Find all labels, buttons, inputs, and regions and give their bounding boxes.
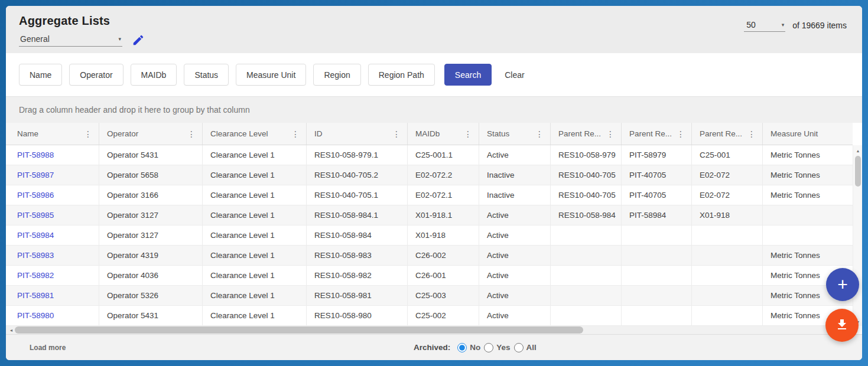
cell-operator: Operator 3127 [99,226,203,245]
row-link[interactable]: PIT-58983 [17,251,54,260]
archived-radio-no[interactable] [457,343,467,352]
cell-parent-re-2 [622,286,692,305]
cell-parent-re-1 [551,286,622,305]
row-link[interactable]: PIT-58984 [17,231,54,240]
row-link[interactable]: PIT-58981 [17,291,54,300]
table-row: PIT-58981Operator 5326Clearance Level 1R… [6,286,853,306]
column-menu-icon[interactable]: ⋮ [743,129,760,139]
filter-button-status[interactable]: Status [184,64,229,86]
table-row: PIT-58986Operator 3166Clearance Level 1R… [6,185,853,205]
cell-name: PIT-58988 [6,145,99,165]
column-header-maidb[interactable]: MAIDb⋮ [408,123,479,145]
filter-button-measure-unit[interactable]: Measure Unit [236,64,306,86]
archived-option-label: No [470,343,480,352]
cell-operator: Operator 5431 [99,306,203,325]
column-header-label: Parent Re... [700,129,742,138]
filter-button-region-path[interactable]: Region Path [368,64,435,86]
archived-option-yes[interactable]: Yes [484,343,510,352]
load-more-button[interactable]: Load more [30,344,66,352]
search-button[interactable]: Search [444,64,492,86]
column-menu-icon[interactable]: ⋮ [183,129,200,139]
row-link[interactable]: PIT-58982 [17,271,54,280]
grid-body: PIT-58988Operator 5431Clearance Level 1R… [6,145,853,326]
group-drop-hint: Drag a column header and drop it here to… [19,105,250,115]
scroll-left-icon[interactable]: ◄ [7,326,15,334]
column-menu-icon[interactable]: ⋮ [672,129,689,139]
filter-button-operator[interactable]: Operator [69,64,123,86]
column-header-label: MAIDb [415,129,440,138]
cell-parent-re-1 [551,246,622,265]
clear-button[interactable]: Clear [499,64,530,86]
row-link[interactable]: PIT-58987 [17,171,54,179]
cell-parent-re-3: X01-918 [692,205,763,225]
archived-radio-yes[interactable] [484,343,493,352]
column-header-clearance-level[interactable]: Clearance Level⋮ [203,123,307,145]
row-link[interactable]: PIT-58985 [17,211,54,220]
cell-id: RES10-040-705.2 [307,165,408,185]
column-header-operator[interactable]: Operator⋮ [99,123,203,145]
filter-button-maidb[interactable]: MAIDb [131,64,177,86]
list-select[interactable]: General ▾ [19,33,122,47]
edit-icon[interactable] [132,34,145,47]
cell-clearance-level: Clearance Level 1 [203,306,307,325]
column-menu-icon[interactable]: ⋮ [531,129,548,139]
table-row: PIT-58980Operator 5431Clearance Level 1R… [6,306,853,326]
column-header-label: Clearance Level [210,129,268,138]
cell-name: PIT-58982 [6,266,99,285]
cell-parent-re-3: E02-072 [692,165,763,185]
filter-button-region[interactable]: Region [313,64,360,86]
page-size-select[interactable]: 50 ▾ [744,20,785,32]
column-header-label: Status [487,129,509,138]
cell-id: RES10-058-980 [307,306,408,325]
row-link[interactable]: PIT-58980 [17,311,54,320]
column-header-name[interactable]: Name⋮ [6,123,99,145]
column-header-id[interactable]: ID⋮ [307,123,408,145]
vertical-scrollbar-thumb[interactable] [855,156,861,187]
archived-option-no[interactable]: No [457,343,480,352]
vertical-scrollbar[interactable]: ▲ ▼ [853,145,862,326]
scroll-up-icon[interactable]: ▲ [853,146,862,155]
column-header-label: Parent Re... [558,129,601,138]
cell-id: RES10-058-984.1 [307,205,408,225]
cell-parent-re-1 [551,306,622,325]
cell-clearance-level: Clearance Level 1 [203,246,307,265]
cell-parent-re-3 [692,286,763,305]
cell-name: PIT-58985 [6,205,99,225]
column-header-measure-unit[interactable]: Measure Unit [763,123,853,145]
column-menu-icon[interactable]: ⋮ [80,129,96,139]
grid-footer: Load more Archived: NoYesAll [6,334,862,360]
table-row: PIT-58985Operator 3127Clearance Level 1R… [6,205,853,226]
cell-measure-unit: Metric Tonnes [763,185,853,205]
cell-parent-re-2: PIT-40705 [622,185,692,205]
row-link[interactable]: PIT-58986 [17,191,54,200]
archived-radio-all[interactable] [514,343,524,352]
column-header-parent-re-3[interactable]: Parent Re...⋮ [692,123,763,145]
cell-status: Active [479,306,551,325]
cell-operator: Operator 4319 [99,246,203,265]
column-menu-icon[interactable]: ⋮ [460,129,476,139]
horizontal-scrollbar-thumb[interactable] [15,326,583,334]
group-drop-area[interactable]: Drag a column header and drop it here to… [6,96,862,123]
row-link[interactable]: PIT-58988 [17,151,54,159]
cell-id: RES10-058-981 [307,286,408,305]
cell-id: RES10-058-979.1 [307,145,408,165]
cell-parent-re-2 [622,306,692,325]
cell-status: Active [479,246,551,265]
cell-maidb: C25-001.1 [408,145,479,165]
add-button[interactable]: + [826,268,859,301]
column-header-parent-re-1[interactable]: Parent Re...⋮ [551,123,622,145]
column-menu-icon[interactable]: ⋮ [287,129,304,139]
filter-buttons: NameOperatorMAIDbStatusMeasure UnitRegio… [19,64,435,86]
download-button[interactable] [825,309,859,342]
column-header-parent-re-2[interactable]: Parent Re...⋮ [622,123,692,145]
filter-button-name[interactable]: Name [19,64,62,86]
horizontal-scrollbar[interactable]: ◄ [6,326,853,334]
column-header-status[interactable]: Status⋮ [479,123,551,145]
column-menu-icon[interactable]: ⋮ [388,129,405,139]
column-menu-icon[interactable]: ⋮ [602,129,619,139]
download-icon [835,318,849,334]
page-title: Aggregate Lists [19,14,849,28]
cell-measure-unit: Metric Tonnes [763,165,853,185]
archived-option-all[interactable]: All [514,343,537,352]
cell-measure-unit [763,226,853,245]
